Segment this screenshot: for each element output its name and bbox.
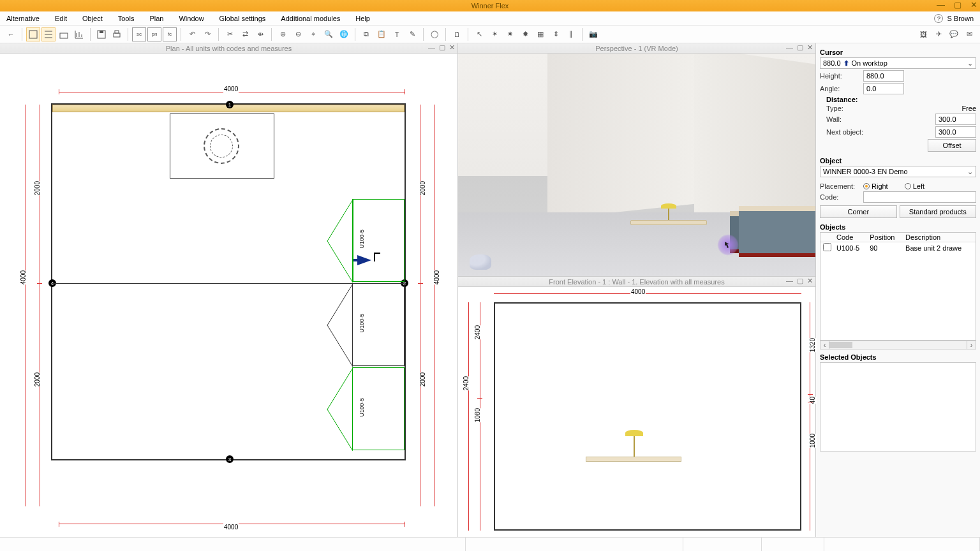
measure-button[interactable]: ⇕	[549, 27, 563, 41]
catalog-select[interactable]: WINNER 0000-3 EN Demo ⌄	[820, 166, 976, 177]
calc-button[interactable]: 🗒	[450, 27, 464, 41]
placement-left-radio[interactable]: Left	[905, 182, 924, 190]
corner-button[interactable]: Corner	[820, 205, 897, 218]
cut-button[interactable]: ✂	[223, 27, 237, 41]
menu-tools[interactable]: Tools	[110, 13, 142, 24]
menu-additional-modules[interactable]: Additional modules	[273, 13, 348, 24]
link-button[interactable]: ⇄	[238, 27, 252, 41]
plan-room[interactable]: 1 2 3 4	[51, 103, 406, 460]
wall-node-1[interactable]: 1	[226, 101, 234, 108]
elev-close-icon[interactable]: ✕	[807, 277, 813, 285]
window-close-icon[interactable]: ✕	[970, 0, 977, 10]
note-button[interactable]: ✎	[405, 27, 419, 41]
wall-node-3[interactable]: 3	[226, 455, 234, 463]
sc-button[interactable]: sc	[132, 27, 146, 41]
select-tool-button[interactable]: ↖	[472, 27, 486, 41]
objects-col-description[interactable]: Description	[903, 233, 976, 242]
fc-button[interactable]: fc	[163, 27, 177, 41]
menu-object[interactable]: Object	[75, 13, 110, 24]
circle-tool-button[interactable]: ◯	[427, 27, 442, 41]
view-chart-button[interactable]	[72, 27, 86, 41]
selected-objects-list[interactable]	[820, 362, 976, 452]
plan-dim-right-upper: 2000	[419, 181, 427, 195]
table-row[interactable]: U100-5 90 Base unit 2 drawe	[820, 242, 976, 254]
placement-right-radio[interactable]: Right	[863, 182, 888, 190]
cursor-mode-select[interactable]: 880.0 ⬆ On worktop ⌄	[820, 57, 976, 69]
code-input[interactable]	[863, 191, 976, 203]
perspective-canvas[interactable]	[458, 54, 815, 276]
elevation-canvas[interactable]: 4000 2400 2400 1080 1320 40 1000	[458, 287, 815, 537]
mail-button[interactable]: ✉	[962, 27, 976, 41]
zoom-in-button[interactable]: ⊕	[276, 27, 290, 41]
menu-plan[interactable]: Plan	[142, 13, 171, 24]
scroll-left-icon[interactable]: ‹	[820, 341, 829, 349]
camera-feet-icon[interactable]	[470, 254, 491, 270]
plan-minimize-icon[interactable]: —	[428, 43, 435, 52]
menu-window[interactable]: Window	[171, 13, 211, 24]
undo-button[interactable]: ↶	[185, 27, 199, 41]
elev-lamp[interactable]	[625, 430, 643, 457]
offset-button[interactable]: Offset	[928, 139, 976, 152]
zoom-out-button[interactable]: ⊖	[291, 27, 305, 41]
standard-products-button[interactable]: Standard products	[900, 205, 977, 218]
objects-list[interactable]: Code Position Description U100-5 90 Base…	[820, 232, 976, 341]
elev-maximize-icon[interactable]: ▢	[797, 277, 803, 285]
objects-horizontal-scrollbar[interactable]: ‹ ›	[820, 341, 976, 349]
view-elevation-button[interactable]	[57, 27, 71, 41]
search-button[interactable]: 🔍	[322, 27, 336, 41]
redo-button[interactable]: ↷	[200, 27, 214, 41]
persp-lamp[interactable]	[661, 203, 676, 220]
persp-close-icon[interactable]: ✕	[807, 43, 813, 52]
zoom-fit-button[interactable]: ⌖	[306, 27, 320, 41]
scroll-right-icon[interactable]: ›	[967, 341, 976, 349]
print-button[interactable]	[110, 27, 124, 41]
objects-col-code[interactable]: Code	[834, 233, 867, 242]
text-button[interactable]: T	[390, 27, 404, 41]
screenshot-button[interactable]: 🖼	[916, 27, 930, 41]
send-button[interactable]: ✈	[932, 27, 946, 41]
plan-dim-right-lower: 2000	[419, 372, 427, 386]
save-button[interactable]	[94, 27, 108, 41]
align-button[interactable]: ∥	[564, 27, 578, 41]
row-checkbox[interactable]	[823, 243, 831, 251]
persp-maximize-icon[interactable]: ▢	[797, 43, 803, 52]
grid-button[interactable]: ▦	[533, 27, 547, 41]
copy-button[interactable]: ⧉	[359, 27, 373, 41]
persp-table[interactable]	[630, 220, 707, 225]
chat-button[interactable]: 💬	[947, 27, 961, 41]
view-list-button[interactable]	[41, 27, 56, 41]
window-minimize-icon[interactable]: —	[937, 0, 945, 10]
scroll-thumb[interactable]	[829, 342, 852, 348]
plan-close-icon[interactable]: ✕	[449, 43, 455, 52]
camera-button[interactable]: 📷	[586, 27, 600, 41]
height-input[interactable]	[863, 70, 904, 82]
globe-button[interactable]: 🌐	[337, 27, 351, 41]
view-plan-button[interactable]	[26, 27, 40, 41]
persp-minimize-icon[interactable]: —	[786, 43, 793, 52]
plan-maximize-icon[interactable]: ▢	[439, 43, 445, 52]
menu-global-settings[interactable]: Global settings	[212, 13, 274, 24]
elev-room[interactable]	[494, 302, 801, 531]
paste-button[interactable]: 📋	[375, 27, 389, 41]
elev-minimize-icon[interactable]: —	[786, 277, 793, 285]
help-icon[interactable]: ?	[934, 14, 943, 23]
angle-input[interactable]	[863, 83, 904, 94]
menu-help[interactable]: Help	[348, 13, 378, 24]
menu-alternative[interactable]: Alternative	[4, 13, 47, 24]
plan-island[interactable]	[170, 114, 274, 179]
snap-1-button[interactable]: ✶	[487, 27, 501, 41]
snap-3-button[interactable]: ✸	[518, 27, 532, 41]
user-name[interactable]: S Brown	[947, 15, 976, 22]
back-button[interactable]: ←	[4, 27, 18, 41]
unlink-button[interactable]: ⇹	[253, 27, 267, 41]
elev-table[interactable]	[586, 457, 681, 462]
plan-canvas[interactable]: 4000 4000 4000 2000 2000 4000 2000 2000	[0, 54, 457, 537]
pn-button[interactable]: pn	[147, 27, 161, 41]
persp-cabinet[interactable]	[739, 206, 815, 257]
menu-edit[interactable]: Edit	[47, 13, 75, 24]
objects-col-position[interactable]: Position	[867, 233, 903, 242]
wall-dist-input[interactable]	[935, 114, 976, 125]
snap-2-button[interactable]: ✷	[503, 27, 517, 41]
next-dist-input[interactable]	[935, 126, 976, 138]
window-maximize-icon[interactable]: ▢	[954, 0, 961, 10]
